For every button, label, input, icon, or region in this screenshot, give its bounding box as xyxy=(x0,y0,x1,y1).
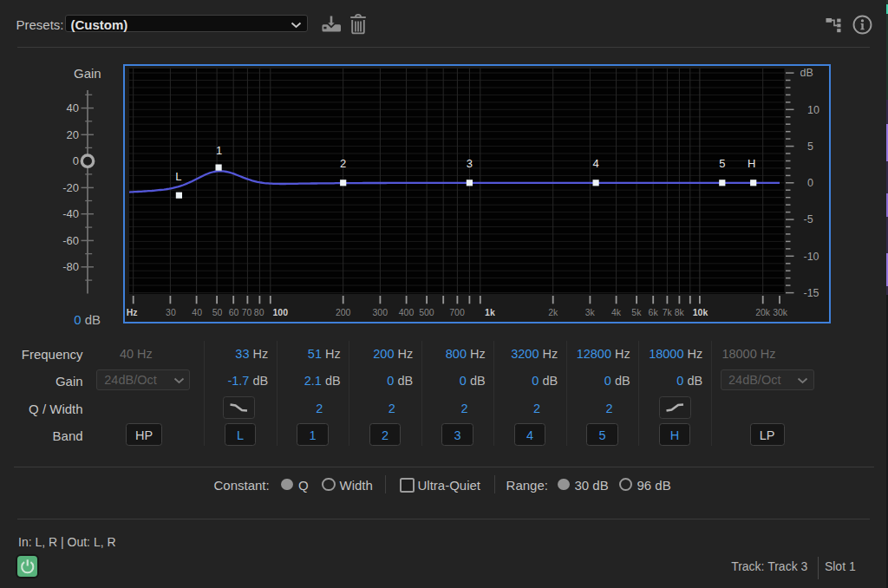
svg-text:80: 80 xyxy=(254,307,264,317)
svg-text:1k: 1k xyxy=(485,307,495,317)
svg-text:200: 200 xyxy=(336,307,351,317)
svg-text:100: 100 xyxy=(273,307,289,317)
svg-text:7k: 7k xyxy=(663,307,673,317)
svg-text:-20: -20 xyxy=(62,181,79,194)
svg-text:70: 70 xyxy=(242,307,252,317)
svg-text:5: 5 xyxy=(807,140,813,153)
svg-text:400: 400 xyxy=(399,307,415,317)
svg-text:10k: 10k xyxy=(693,307,708,317)
svg-text:3: 3 xyxy=(467,157,473,170)
svg-text:40: 40 xyxy=(192,307,202,317)
svg-text:500: 500 xyxy=(419,307,434,317)
svg-text:0: 0 xyxy=(807,177,813,189)
svg-text:dB: dB xyxy=(800,67,813,79)
svg-text:5k: 5k xyxy=(631,307,642,317)
svg-text:-60: -60 xyxy=(62,234,79,247)
svg-text:6k: 6k xyxy=(649,307,659,317)
svg-text:700: 700 xyxy=(449,307,465,317)
svg-text:40: 40 xyxy=(67,101,79,114)
svg-text:Hz: Hz xyxy=(127,307,138,317)
svg-text:30k: 30k xyxy=(773,307,788,317)
svg-text:5: 5 xyxy=(719,157,725,170)
svg-text:-40: -40 xyxy=(62,207,79,220)
svg-text:1: 1 xyxy=(216,144,222,157)
svg-text:60: 60 xyxy=(229,307,239,317)
svg-text:50: 50 xyxy=(212,307,223,317)
svg-text:2: 2 xyxy=(340,157,346,170)
svg-text:8k: 8k xyxy=(675,307,685,317)
svg-text:4: 4 xyxy=(592,157,598,170)
svg-text:10: 10 xyxy=(807,104,819,116)
svg-text:-15: -15 xyxy=(804,287,819,299)
svg-text:0: 0 xyxy=(73,154,79,167)
svg-text:-80: -80 xyxy=(62,260,79,273)
svg-text:4k: 4k xyxy=(611,307,622,317)
svg-text:20k: 20k xyxy=(755,307,771,317)
svg-text:L: L xyxy=(175,170,181,183)
svg-text:-5: -5 xyxy=(804,213,813,225)
svg-text:20: 20 xyxy=(67,128,79,141)
svg-text:H: H xyxy=(748,157,755,170)
svg-text:300: 300 xyxy=(373,307,388,317)
svg-text:-10: -10 xyxy=(804,251,819,263)
svg-text:3k: 3k xyxy=(585,307,596,317)
svg-text:2k: 2k xyxy=(548,307,558,317)
svg-text:30: 30 xyxy=(166,307,176,317)
